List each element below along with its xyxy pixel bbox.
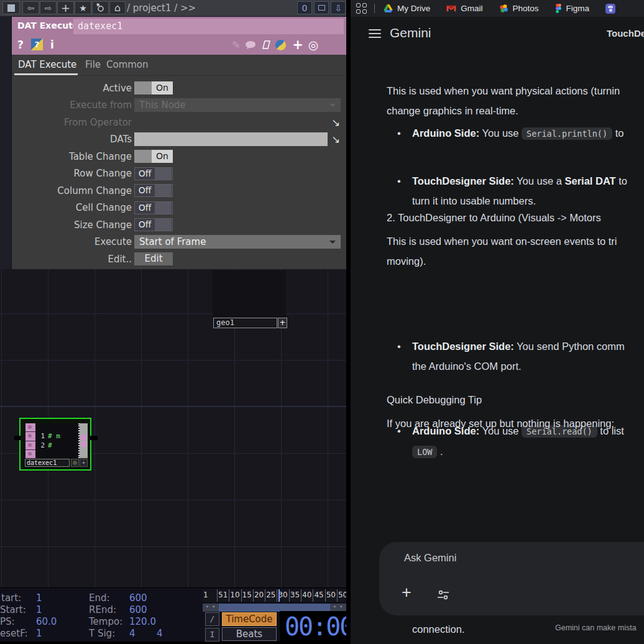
param-label[interactable]: Row Change	[12, 168, 132, 179]
cell-change-toggle[interactable]: Off	[134, 201, 173, 214]
dock-down-button[interactable]: ⇩	[331, 1, 346, 14]
flag-square[interactable]	[81, 441, 86, 447]
dats-field[interactable]	[134, 132, 328, 146]
info-button[interactable]: i	[50, 39, 54, 51]
node-name-label[interactable]: datexec1	[25, 459, 70, 467]
panel-button[interactable]	[2, 1, 20, 14]
bypass-flag[interactable]	[25, 441, 35, 449]
network-editor[interactable]: geo1 + 1# m 2# d	[0, 269, 346, 587]
end-value[interactable]: 600	[129, 592, 147, 604]
table-change-toggle[interactable]: On	[134, 150, 173, 163]
ask-gemini-input[interactable]	[404, 552, 591, 564]
plus-icon: +	[61, 1, 70, 14]
param-label[interactable]: Column Change	[12, 185, 132, 196]
tab-dat-execute[interactable]: DAT Execute	[18, 59, 76, 70]
input-connector[interactable]	[14, 436, 21, 440]
size-change-toggle[interactable]: Off	[134, 218, 173, 231]
viewer-flag[interactable]	[25, 423, 35, 431]
beats-button[interactable]: Beats	[222, 627, 277, 641]
attach-button[interactable]: +	[402, 584, 412, 601]
playhead[interactable]	[278, 589, 280, 602]
tempo-value[interactable]: 120.0	[129, 616, 156, 627]
param-label[interactable]: From Operator	[12, 117, 132, 128]
maximize-button[interactable]	[314, 1, 329, 14]
lock-flag[interactable]	[25, 450, 35, 458]
edit-button[interactable]: Edit	[134, 252, 173, 265]
row-number: 1	[39, 432, 45, 440]
param-label[interactable]: Cell Change	[12, 202, 132, 213]
fps-value[interactable]: 60.0	[36, 616, 57, 627]
output-connector[interactable]	[90, 436, 98, 440]
bind-button[interactable]: ◎	[306, 38, 320, 52]
execute-menu[interactable]: Start of Frame	[134, 235, 341, 249]
param-label[interactable]: Active	[12, 83, 132, 94]
add-parameter-button[interactable]: +	[291, 38, 305, 52]
ask-gemini-box[interactable]: +	[379, 542, 644, 615]
frame-counter-button[interactable]: 0	[297, 1, 312, 14]
tsig-value[interactable]: 4	[129, 628, 136, 639]
ruler-tick: 40	[301, 589, 313, 602]
node-add-button[interactable]: +	[80, 459, 88, 467]
param-label[interactable]: Edit..	[12, 254, 132, 265]
tune-icon	[436, 589, 450, 600]
back-button[interactable]: ⇦	[22, 1, 39, 14]
node-side-flags	[80, 423, 88, 458]
operator-pick-arrow-icon[interactable]: ↘	[331, 133, 340, 145]
tab-common[interactable]: Common	[106, 59, 149, 70]
python-help-button[interactable]: ?	[31, 39, 43, 50]
network-path[interactable]: / project1 / >>	[127, 2, 196, 14]
toggle-knob	[155, 168, 172, 180]
active-toggle[interactable]: On	[134, 81, 173, 94]
node-body[interactable]: 1# m 2#	[25, 423, 88, 458]
scroll-handle-left[interactable]: • • •	[203, 604, 219, 612]
search-network-button[interactable]	[92, 1, 109, 14]
slash-mode-button[interactable]: /	[205, 612, 219, 626]
dialog-header: DAT Execute datexec1	[12, 17, 346, 35]
tsig-value2[interactable]: 4	[157, 628, 163, 639]
independent-mode-button[interactable]: I	[205, 628, 219, 642]
color-dot-icon	[73, 461, 77, 465]
tools-button[interactable]	[436, 589, 450, 603]
geo1-node-label[interactable]: geo1	[213, 318, 277, 328]
language-flag-button[interactable]	[259, 38, 273, 52]
timecode-button[interactable]: TimeCode	[222, 612, 277, 626]
operator-name-field[interactable]: datexec1	[73, 19, 344, 34]
menu-button[interactable]	[369, 29, 381, 38]
row-change-toggle[interactable]: Off	[134, 167, 173, 180]
geo1-node-viewer[interactable]	[213, 270, 286, 318]
resetf-value[interactable]: 1	[36, 628, 42, 639]
browser-window: My Drive Gmail Photos Figma	[351, 0, 644, 644]
comment-button[interactable]	[244, 38, 257, 52]
add-button[interactable]: +	[57, 1, 74, 14]
execute-from-menu[interactable]: This Node	[134, 98, 341, 112]
start-value[interactable]: 1	[36, 592, 42, 604]
datexec1-node[interactable]: 1# m 2# datexec1 +	[19, 418, 91, 471]
apps-grid-icon[interactable]	[356, 3, 367, 14]
row-cells: #	[48, 441, 52, 449]
ruler-tick: 10	[229, 589, 241, 602]
frame-ruler[interactable]: 1 51 10 15 20 25 30 35 40 45 50 50	[203, 589, 346, 602]
geo1-add-button[interactable]: +	[278, 318, 287, 328]
param-label[interactable]: Execute	[12, 236, 132, 247]
edit-comment-button[interactable]: ✎	[229, 38, 243, 52]
clone-flag[interactable]	[25, 432, 35, 440]
param-label[interactable]: Table Change	[12, 151, 132, 162]
column-change-toggle[interactable]: Off	[134, 184, 173, 197]
rstart-label: Start:	[0, 604, 26, 615]
python-expressions-button[interactable]	[274, 38, 287, 52]
help-button[interactable]: ?	[17, 39, 24, 51]
rend-value[interactable]: 600	[129, 604, 147, 615]
bookmark-button[interactable]: ★	[75, 1, 91, 14]
code-chip: Serial.println()	[522, 127, 612, 140]
home-button[interactable]: ⌂	[109, 1, 126, 14]
param-row-execute-from: Execute from This Node	[12, 97, 346, 114]
tab-file[interactable]: File	[85, 59, 101, 70]
param-label[interactable]: Execute from	[12, 99, 132, 111]
node-color-button[interactable]	[71, 459, 79, 467]
param-label[interactable]: DATs	[12, 134, 132, 145]
param-label[interactable]: Size Change	[12, 219, 132, 231]
operator-pick-arrow-icon[interactable]: ↘	[331, 116, 340, 129]
flag-square[interactable]	[81, 435, 86, 440]
forward-button[interactable]: ⇨	[40, 1, 57, 14]
rstart-value[interactable]: 1	[36, 604, 42, 615]
